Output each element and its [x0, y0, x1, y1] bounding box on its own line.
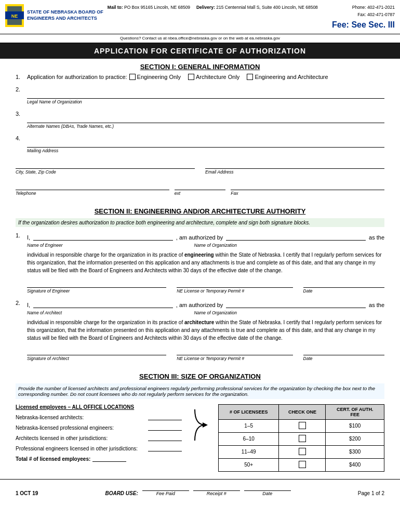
fee-check-0[interactable]: [279, 419, 326, 432]
emp-row-2: Architects licensed in other jurisdictio…: [16, 434, 182, 441]
engineer-name-input[interactable]: [33, 232, 173, 241]
employee-counts: Licensed employees – ALL OFFICE LOCATION…: [16, 404, 182, 462]
engineering-only-checkbox[interactable]: [129, 74, 136, 80]
city-field[interactable]: [16, 162, 195, 169]
fee-row-1: 6–10 $200: [219, 432, 384, 445]
emp-row-0-field[interactable]: [148, 413, 182, 420]
fee-table-container: # OF LICENSEES CHECK ONE CERT. OF AUTH.F…: [218, 404, 384, 472]
arrow-icon: [192, 404, 208, 446]
fee-row-0: 1–5 $100: [219, 419, 384, 432]
item3-num: 3.: [16, 111, 24, 117]
fax-label: Fax: [231, 191, 384, 196]
section3-layout: Licensed employees – ALL OFFICE LOCATION…: [16, 404, 384, 472]
emp-row-3: Professional engineers licensed in other…: [16, 444, 182, 451]
legal-name-field[interactable]: [27, 91, 384, 99]
architect-sig-field[interactable]: [27, 348, 166, 355]
engineering-architecture-checkbox[interactable]: [247, 74, 253, 80]
engineering-architecture-option[interactable]: Engineering and Architecture: [247, 74, 328, 80]
receipt-item: Receipt #: [193, 484, 240, 496]
fee-amount-0: $100: [326, 419, 384, 432]
engineer-block: 1. I, , am authorized by as the Name of …: [16, 232, 384, 294]
engineer-lic-field[interactable]: [177, 281, 292, 288]
fee-paid-item: Fee Paid: [142, 484, 189, 496]
email-label: Email Address: [205, 169, 384, 175]
fee-col-licensees: # OF LICENSEES: [219, 404, 279, 419]
form-title: APPLICATION FOR CERTIFICATE OF AUTHORIZA…: [94, 47, 306, 55]
mail-label: Mail to:: [108, 5, 123, 10]
alternate-names-field[interactable]: [27, 116, 384, 123]
architect-name-input[interactable]: [33, 300, 173, 308]
emp-row-0-label: Nebraska-licensed architects:: [16, 415, 146, 420]
phone-number: Phone: 402-471-2021: [322, 4, 395, 11]
architect-lic-field[interactable]: [177, 348, 292, 355]
svg-text:NE: NE: [11, 14, 18, 19]
i-label1: I,: [27, 234, 30, 241]
engineering-only-label: Engineering Only: [137, 74, 181, 80]
fee-range-2: 11–49: [219, 445, 279, 458]
item1-label: Application for authorization to practic…: [27, 74, 127, 80]
lic-arch-col: NE License or Temporary Permit #: [177, 346, 292, 361]
fee-paid-field[interactable]: [142, 484, 189, 491]
emp-row-2-field[interactable]: [148, 434, 182, 441]
date-engineer-label: Date: [303, 288, 384, 294]
architect-num: 2.: [16, 300, 24, 306]
mailing-address-field[interactable]: [27, 140, 384, 148]
architect-block: 2. I, , am authorized by as the Name of …: [16, 300, 384, 361]
engineer-item: 1. I, , am authorized by as the Name of …: [16, 232, 384, 294]
state-seal-icon: NE: [5, 4, 24, 27]
org-name-input2[interactable]: [226, 300, 366, 308]
date-arch-col: Date: [303, 346, 384, 361]
emp-row-3-field[interactable]: [148, 444, 182, 451]
emp-total-label: Total # of licensed employees:: [16, 456, 90, 462]
receipt-field[interactable]: [193, 484, 240, 491]
telephone-field[interactable]: [16, 183, 169, 190]
org-name-input1[interactable]: [226, 232, 366, 241]
name-org-label2: Name of Organization: [194, 310, 237, 315]
architect-date-field[interactable]: [303, 348, 384, 355]
fee-check-3[interactable]: [279, 458, 326, 471]
emp-total-field[interactable]: [92, 455, 126, 462]
engineer-date-field[interactable]: [303, 281, 384, 288]
delivery-label: Delivery:: [196, 5, 215, 10]
emp-row-0: Nebraska-licensed architects:: [16, 413, 182, 420]
header-contact: Phone: 402-471-2021 Fax: 402-471-0787 Fe…: [322, 4, 395, 32]
name-engineer-label: Name of Engineer: [27, 243, 63, 248]
email-field[interactable]: [205, 162, 384, 169]
ext-col: ext: [175, 181, 226, 196]
architecture-only-option[interactable]: Architecture Only: [188, 74, 239, 80]
svg-marker-5: [203, 422, 208, 428]
emp-row-1-label: Nebraska-licensed professional engineers…: [16, 425, 146, 431]
fax-field[interactable]: [231, 183, 384, 190]
board-use-label: BOARD USE:: [105, 490, 138, 496]
emp-row-1-field[interactable]: [148, 423, 182, 431]
architecture-only-label: Architecture Only: [196, 74, 239, 80]
board-use-section: BOARD USE: Fee Paid Receipt # Date: [105, 484, 290, 496]
engineer-sig-field[interactable]: [27, 281, 166, 288]
architecture-only-checkbox[interactable]: [188, 74, 194, 80]
name-org-label1: Name of Organization: [194, 243, 237, 248]
emp-row-3-label: Professional engineers licensed in other…: [16, 446, 146, 451]
receipt-label: Receipt #: [207, 491, 226, 496]
item3-row: 3. Alternate Names (DBAs, Trade Names, e…: [16, 111, 384, 129]
fee-check-1[interactable]: [279, 432, 326, 445]
city-email-row: City, State, Zip Code Email Address: [16, 159, 384, 175]
date-field[interactable]: [244, 484, 291, 491]
date-eng-col: Date: [303, 278, 384, 294]
fax-number: Fax: 402-471-0787: [322, 11, 395, 19]
city-col: City, State, Zip Code: [16, 159, 195, 175]
fee-row-2: 11–49 $300: [219, 445, 384, 458]
ext-field[interactable]: [175, 183, 226, 190]
engineer-auth-line: I, , am authorized by as the: [27, 232, 384, 241]
sig-architect-label: Signature of Architect: [27, 356, 166, 361]
section1-header: SECTION I: GENERAL INFORMATION: [16, 59, 384, 74]
questions-row: Questions? Contact us at nbea.office@neb…: [0, 34, 400, 43]
city-label: City, State, Zip Code: [16, 169, 195, 175]
engineering-only-option[interactable]: Engineering Only: [129, 74, 181, 80]
page-number: Page 1 of 2: [358, 490, 384, 496]
lic-eng-col: NE License or Temporary Permit #: [177, 278, 292, 294]
item1-row: 1. Application for authorization to prac…: [16, 74, 384, 80]
fee-paid-label: Fee Paid: [156, 491, 175, 496]
telephone-col: Telephone: [16, 181, 169, 196]
fee-check-2[interactable]: [279, 445, 326, 458]
legal-name-label: Legal Name of Organization: [27, 99, 384, 104]
